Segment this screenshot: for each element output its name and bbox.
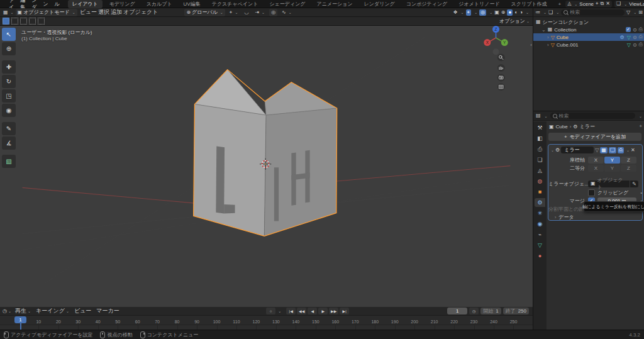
navigation-gizmo[interactable]: Z X Y (484, 26, 508, 55)
visibility-eye-icon[interactable]: ⊙ (633, 42, 637, 48)
pin-icon[interactable]: ⌖ (596, 1, 599, 6)
tab-object[interactable]: ■ (535, 187, 545, 196)
current-frame-field[interactable]: 1 (447, 308, 467, 314)
outliner-row[interactable]: ›▽Cube.001▽⊙⎙ (533, 41, 644, 48)
viewport-menu-オブジェクト[interactable]: オブジェクト (123, 8, 158, 16)
viewport-menu-ビュー[interactable]: ビュー (80, 8, 97, 16)
viewlayer-selector[interactable]: ❏⌄ ViewLayer ⧉ ✕ (614, 1, 644, 8)
outliner-search-input[interactable]: 検索 (561, 9, 625, 16)
outliner-row[interactable]: ⌄▦Collection✓⊙⎙ (533, 26, 644, 33)
close-icon[interactable]: ✕ (606, 1, 610, 6)
visibility-eye-icon[interactable]: ⊙ (633, 27, 637, 33)
bisect-x-button[interactable]: X (588, 165, 604, 172)
axis-y-button[interactable]: Y (604, 157, 620, 164)
filter-icon[interactable]: ≔ (535, 10, 540, 15)
auto-key-toggle[interactable]: ○ (266, 308, 275, 314)
play-reverse-button[interactable]: ◀ (308, 308, 317, 314)
prev-keyframe-button[interactable]: ◀◀ (297, 308, 306, 314)
display-render-icon[interactable]: ⎙ (618, 147, 624, 153)
modifier-name-field[interactable]: ミラー (561, 147, 594, 153)
tab-scene[interactable]: ◬ (535, 166, 545, 175)
pin-icon[interactable]: ⌖ (639, 123, 642, 130)
workspace-tab[interactable]: テクスチャペイント (208, 0, 263, 8)
vertex-group-icon[interactable]: ▽ (595, 148, 599, 153)
tab-object-data[interactable]: ▽ (535, 241, 545, 250)
pivot-point-dropdown[interactable]: ⌖⌄ (228, 9, 240, 16)
jump-to-end-button[interactable]: ▶| (340, 308, 349, 314)
mirror-object-field[interactable]: ▣オブジェクト (588, 181, 630, 187)
tab-particles[interactable]: ✳ (535, 209, 545, 218)
tool-move[interactable]: ✚ (2, 60, 16, 74)
new-collection-icon[interactable]: ⊞ (638, 10, 643, 15)
close-icon[interactable]: ✕ (631, 148, 635, 153)
options-dropdown[interactable]: オプション⌄ (499, 18, 530, 25)
mode-dropdown[interactable]: ▣ オブジェクトモード ⌄ (16, 9, 77, 16)
workspace-tab[interactable]: シェーディング (265, 0, 309, 8)
select-mode-set[interactable] (3, 18, 9, 25)
workspace-tab[interactable]: アニメーション (313, 0, 357, 8)
timeline-track[interactable] (0, 325, 533, 330)
frame-end-field[interactable]: 終了250 (503, 308, 529, 314)
select-mode-invert[interactable] (29, 18, 36, 25)
timeline-menu-キーイング[interactable]: キーイング⌄ (36, 307, 69, 315)
funnel-filter-icon[interactable]: ▽ (626, 10, 630, 15)
animate-dot-icon[interactable]: • (641, 191, 642, 195)
jump-to-start-button[interactable]: |◀ (286, 308, 296, 314)
add-workspace-button[interactable]: + (554, 1, 566, 8)
play-button[interactable]: ▶ (318, 308, 328, 314)
tool-measure[interactable]: ∡ (2, 136, 16, 150)
scene-selector[interactable]: ◬⌄ Scene ⌖ ⧉ ✕ (565, 1, 612, 8)
axis-z-button[interactable]: Z (621, 157, 636, 164)
bisect-z-button[interactable]: Z (621, 165, 636, 172)
next-keyframe-button[interactable]: ▶▶ (329, 308, 338, 314)
tool-annotate[interactable]: ✎ (2, 122, 16, 135)
workspace-tab[interactable]: モデリング (105, 0, 140, 8)
eyedropper-icon[interactable]: ✎ (630, 181, 638, 187)
breadcrumb-modifier[interactable]: ミラー (580, 123, 595, 130)
shading-wireframe-icon[interactable]: ⊕ (501, 10, 506, 15)
shading-rendered-icon[interactable]: ◑ (519, 10, 523, 15)
tab-physics[interactable]: ◉ (535, 220, 545, 228)
select-mode-intersect[interactable] (38, 18, 45, 25)
display-mode-icon[interactable]: ❏ (548, 10, 553, 15)
snap-to-dropdown[interactable]: ⇥⌄ (253, 9, 267, 16)
axis-x-button[interactable]: X (588, 157, 604, 164)
frame-start-field[interactable]: 開始1 (480, 308, 501, 314)
disclosure-icon[interactable]: › (547, 35, 549, 40)
copy-icon[interactable]: ⧉ (601, 1, 604, 6)
tool-cursor[interactable]: ⊕ (2, 42, 16, 55)
tab-material[interactable]: ● (535, 252, 545, 260)
editor-type-button[interactable]: ◷⌄ (3, 309, 11, 314)
expand-icon[interactable]: ⌄ (551, 148, 554, 152)
clipping-checkbox[interactable] (588, 189, 595, 196)
disclosure-icon[interactable]: › (547, 42, 549, 48)
workspace-tab[interactable]: UV編集 (179, 0, 205, 8)
viewport-3d[interactable]: Z X Y ユーザー・透視投影 (ロ (0, 26, 533, 307)
tab-world[interactable]: ◍ (535, 177, 545, 186)
tab-tool[interactable]: ⚒ (535, 123, 545, 132)
display-editmode-icon[interactable]: ▦ (600, 147, 608, 153)
workspace-tab[interactable]: スクリプト作成 (507, 0, 552, 8)
extras-dropdown-icon[interactable]: ⌄ (626, 148, 630, 152)
workspace-tab[interactable]: ジオメトリノード (454, 0, 504, 8)
properties-search-input[interactable]: 検索 (550, 113, 635, 119)
outliner-row[interactable]: ▦シーンコレクション (533, 18, 644, 26)
add-modifier-button[interactable]: +モディファイアーを追加 (548, 133, 641, 141)
tab-output[interactable]: ⎙ (535, 145, 545, 153)
use-preview-range-icon[interactable]: ◷ (469, 308, 479, 314)
workspace-tab[interactable]: コンポジティング (402, 0, 452, 8)
breadcrumb-object[interactable]: Cube (556, 124, 568, 130)
display-realtime-icon[interactable]: 🖵 (609, 147, 616, 153)
snap-toggle[interactable]: ◡ (242, 9, 250, 16)
playhead[interactable] (20, 323, 21, 330)
falloff-dropdown[interactable]: ∿⌄ (280, 9, 294, 16)
editor-type-icon[interactable]: ▤ (536, 113, 541, 118)
workspace-tab[interactable]: レイアウト (68, 0, 103, 8)
tab-modifiers[interactable]: ⚙ (535, 198, 545, 207)
outliner-row[interactable]: ›▽Cube⚙▽⊙⎙ (533, 33, 644, 41)
show-object-types-icon[interactable]: ❖ (453, 10, 457, 15)
timeline-ruler[interactable]: 1 10203040506070809010011012013014015016… (0, 315, 533, 325)
render-visibility-icon[interactable]: ⎙ (639, 34, 643, 40)
render-visibility-icon[interactable]: ⎙ (639, 26, 643, 33)
editor-type-button[interactable]: ▦⌄ (1, 9, 16, 16)
